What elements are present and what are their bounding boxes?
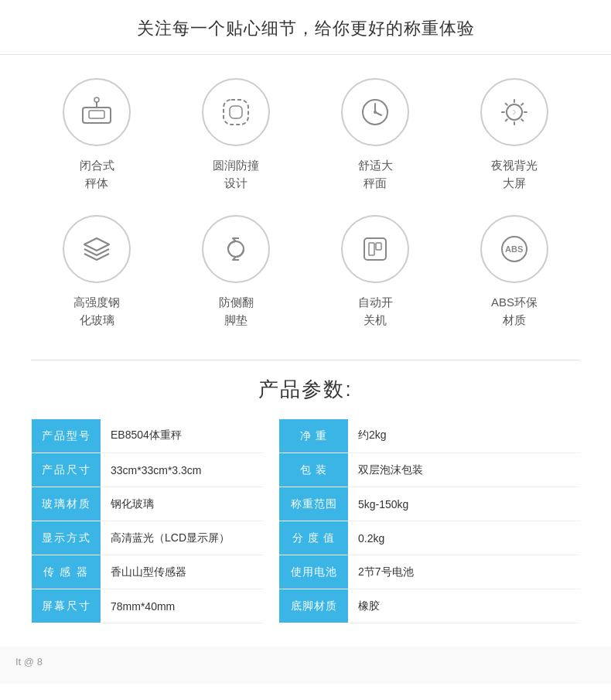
feature-icon-abs: ABS (480, 215, 548, 283)
spec-value-right: 5kg-150kg (349, 487, 581, 521)
spec-value-right: 橡胶 (349, 589, 581, 623)
feature-label-abs-material: ABS环保材质 (491, 294, 538, 329)
svg-line-9 (375, 112, 381, 115)
spec-label-right: 分 度 值 (279, 521, 349, 555)
abs-icon: ABS (496, 230, 533, 268)
feature-label-steel-glass: 高强度钢化玻璃 (73, 294, 120, 329)
feature-item-anti-tilt: 防侧翻脚垫 (170, 215, 302, 329)
feature-icon-scale (63, 78, 131, 146)
spec-value-left: EB8504体重秤 (101, 419, 264, 453)
spec-label-right: 净 重 (279, 419, 349, 453)
table-row: 产品型号EB8504体重秤净 重约2kg (32, 419, 581, 453)
spec-gap (264, 419, 279, 453)
feature-item-auto-switch: 自动开关机 (309, 215, 441, 329)
spec-value-right: 0.2kg (349, 521, 581, 555)
spec-label-right: 称重范围 (279, 487, 349, 521)
svg-rect-0 (83, 108, 111, 123)
bottom-area: It @ 8 (0, 647, 611, 684)
feature-icon-large-surface (341, 78, 409, 146)
feature-label-closed-body: 闭合式秤体 (80, 157, 114, 192)
feature-item-large-surface: 舒适大秤面 (309, 78, 441, 192)
spec-value-left: 高清蓝光（LCD显示屏） (101, 521, 264, 555)
spec-value-right: 双层泡沫包装 (349, 453, 581, 487)
spec-label-left: 显示方式 (32, 521, 101, 555)
spec-value-left: 香山山型传感器 (101, 555, 264, 589)
brightness-icon: ☽ (496, 94, 533, 131)
spec-value-right: 约2kg (349, 419, 581, 453)
rotate-icon (217, 230, 254, 268)
feature-icon-rounded-corners (202, 78, 270, 146)
feature-label-large-surface: 舒适大秤面 (358, 157, 393, 192)
spec-label-left: 屏幕尺寸 (32, 589, 101, 623)
table-row: 产品尺寸33cm*33cm*3.3cm包 装双层泡沫包装 (32, 453, 581, 487)
clock-icon (357, 94, 394, 131)
svg-line-17 (521, 104, 523, 105)
svg-rect-21 (364, 238, 386, 260)
spec-label-left: 产品型号 (32, 419, 101, 453)
specs-table: 产品型号EB8504体重秤净 重约2kg产品尺寸33cm*33cm*3.3cm包… (31, 418, 580, 623)
svg-rect-23 (376, 243, 381, 250)
spec-value-left: 钢化玻璃 (101, 487, 264, 521)
spec-label-left: 传 感 器 (32, 555, 101, 589)
spec-gap (264, 589, 279, 623)
feature-item-round-bumper: 圆润防撞设计 (170, 78, 302, 192)
svg-rect-22 (369, 243, 374, 255)
feature-icon-layers (63, 215, 131, 283)
feature-item-backlight: ☽ 夜视背光大屏 (449, 78, 580, 192)
spec-gap (264, 453, 279, 487)
feature-label-backlight: 夜视背光大屏 (491, 157, 538, 192)
spec-gap (264, 555, 279, 589)
spec-label-right: 底脚材质 (279, 589, 349, 623)
svg-line-16 (521, 119, 523, 121)
scale-icon (78, 94, 115, 131)
features-grid: 闭合式秤体 圆润防撞设计 舒适大秤面 (31, 78, 580, 329)
spec-gap (264, 487, 279, 521)
spec-label-right: 包 装 (279, 453, 349, 487)
spec-value-right: 2节7号电池 (349, 555, 581, 589)
spec-value-left: 78mm*40mm (101, 589, 264, 623)
feature-label-round-bumper: 圆润防撞设计 (213, 157, 259, 192)
spec-label-right: 使用电池 (279, 555, 349, 589)
spec-label-left: 玻璃材质 (32, 487, 101, 521)
svg-text:ABS: ABS (505, 244, 523, 254)
table-row: 屏幕尺寸78mm*40mm底脚材质橡胶 (32, 589, 581, 623)
bottom-text: It @ 8 (15, 656, 43, 668)
feature-item-abs-material: ABS ABS环保材质 (449, 215, 580, 329)
power-icon (357, 230, 394, 268)
svg-text:☽: ☽ (510, 109, 516, 116)
svg-rect-5 (230, 106, 242, 118)
specs-section: 产品参数: 产品型号EB8504体重秤净 重约2kg产品尺寸33cm*33cm*… (0, 360, 611, 647)
feature-label-auto-switch: 自动开关机 (358, 294, 393, 329)
spec-label-left: 产品尺寸 (32, 453, 101, 487)
feature-icon-power (341, 215, 409, 283)
svg-rect-1 (89, 111, 104, 118)
feature-item-steel-glass: 高强度钢化玻璃 (31, 215, 162, 329)
header-title: 关注每一个贴心细节，给你更好的称重体验 (137, 19, 475, 38)
spec-gap (264, 521, 279, 555)
table-row: 显示方式高清蓝光（LCD显示屏）分 度 值0.2kg (32, 521, 581, 555)
rounded-corners-icon (217, 94, 254, 131)
svg-marker-20 (84, 238, 109, 251)
feature-icon-backlight: ☽ (480, 78, 548, 146)
feature-icon-rotate (202, 215, 270, 283)
table-row: 传 感 器香山山型传感器使用电池2节7号电池 (32, 555, 581, 589)
page-header: 关注每一个贴心细节，给你更好的称重体验 (0, 0, 611, 55)
table-row: 玻璃材质钢化玻璃称重范围5kg-150kg (32, 487, 581, 521)
svg-line-18 (506, 119, 507, 121)
specs-title: 产品参数: (31, 376, 580, 403)
spec-value-left: 33cm*33cm*3.3cm (101, 453, 264, 487)
svg-line-15 (506, 104, 507, 105)
layers-icon (78, 230, 115, 268)
svg-rect-4 (224, 100, 248, 125)
feature-label-anti-tilt: 防侧翻脚垫 (219, 294, 254, 329)
features-section: 闭合式秤体 圆润防撞设计 舒适大秤面 (0, 55, 611, 336)
feature-item-closed-body: 闭合式秤体 (31, 78, 162, 192)
